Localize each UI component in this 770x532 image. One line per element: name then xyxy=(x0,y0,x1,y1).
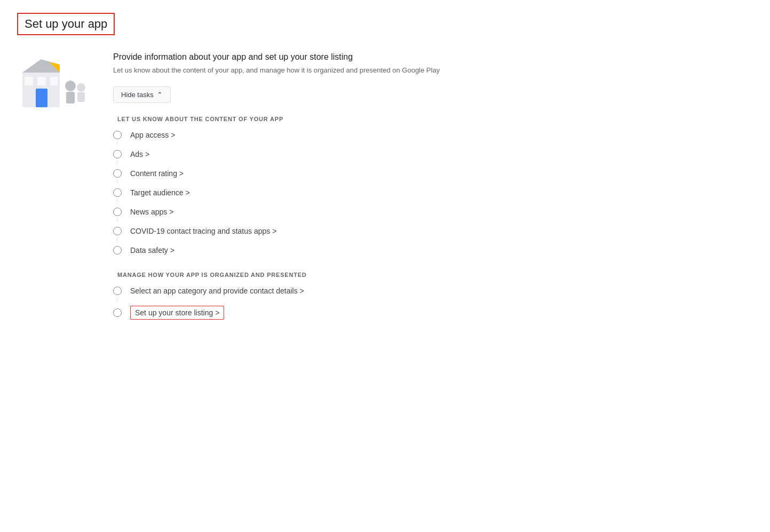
illustration xyxy=(17,57,92,112)
main-heading: Provide information about your app and s… xyxy=(113,52,753,62)
task-circle xyxy=(113,150,122,158)
svg-rect-8 xyxy=(66,92,75,104)
category-contact-link[interactable]: Select an app category and provide conta… xyxy=(130,287,304,295)
content-task-list: App access > Ads > Content rating > Targ… xyxy=(113,131,753,255)
svg-rect-10 xyxy=(77,92,85,102)
list-item: Ads > xyxy=(113,150,753,158)
list-item: App access > xyxy=(113,131,753,139)
data-safety-link[interactable]: Data safety > xyxy=(130,246,174,255)
content-area: Provide information about your app and s… xyxy=(113,52,753,337)
list-item: Set up your store listing > xyxy=(113,306,753,320)
svg-rect-4 xyxy=(25,77,33,85)
list-item: News apps > xyxy=(113,208,753,216)
category-label-organized: MANAGE HOW YOUR APP IS ORGANIZED AND PRE… xyxy=(113,272,753,278)
app-illustration xyxy=(17,57,92,110)
task-circle xyxy=(113,208,122,216)
category-label-content: LET US KNOW ABOUT THE CONTENT OF YOUR AP… xyxy=(113,116,753,122)
svg-rect-3 xyxy=(36,89,47,107)
task-circle xyxy=(113,308,122,317)
news-apps-link[interactable]: News apps > xyxy=(130,208,173,216)
list-item: Data safety > xyxy=(113,246,753,255)
hide-tasks-label: Hide tasks xyxy=(121,91,154,99)
page-title-box: Set up your app xyxy=(17,13,115,35)
content-rating-link[interactable]: Content rating > xyxy=(130,169,184,178)
task-circle xyxy=(113,287,122,295)
hide-tasks-button[interactable]: Hide tasks ⌃ xyxy=(113,86,171,103)
svg-point-7 xyxy=(65,81,76,91)
main-content: Provide information about your app and s… xyxy=(17,52,753,337)
main-subtitle: Let us know about the content of your ap… xyxy=(113,65,753,76)
page-title: Set up your app xyxy=(25,17,107,31)
list-item: COVID-19 contact tracing and status apps… xyxy=(113,227,753,235)
list-item: Content rating > xyxy=(113,169,753,178)
task-circle xyxy=(113,246,122,255)
app-access-link[interactable]: App access > xyxy=(130,131,175,139)
store-listing-link[interactable]: Set up your store listing > xyxy=(130,306,224,320)
covid19-link[interactable]: COVID-19 contact tracing and status apps… xyxy=(130,227,276,235)
list-item: Select an app category and provide conta… xyxy=(113,287,753,295)
task-circle xyxy=(113,227,122,235)
target-audience-link[interactable]: Target audience > xyxy=(130,188,190,197)
svg-rect-5 xyxy=(37,77,46,85)
task-circle xyxy=(113,169,122,178)
svg-rect-6 xyxy=(50,77,58,85)
ads-link[interactable]: Ads > xyxy=(130,150,149,158)
organized-task-list: Select an app category and provide conta… xyxy=(113,287,753,320)
task-circle xyxy=(113,131,122,139)
svg-point-9 xyxy=(77,83,85,92)
task-circle xyxy=(113,188,122,197)
chevron-up-icon: ⌃ xyxy=(157,91,163,99)
list-item: Target audience > xyxy=(113,188,753,197)
